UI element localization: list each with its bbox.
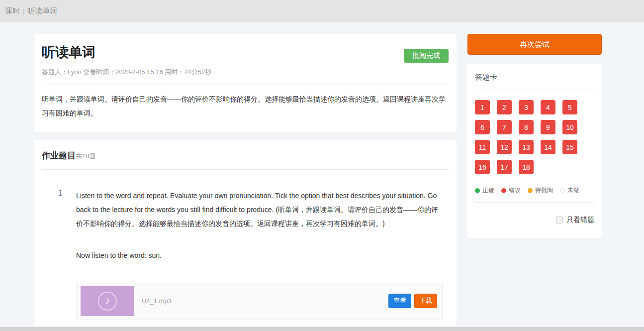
lesson-topbar: 课时：听读单词 [0, 0, 644, 22]
question-count: 共18题 [76, 152, 95, 161]
paper-meta: 答题人：Lynn 交卷时间：2020-2-05 15:16 用时：24分52秒 [42, 68, 449, 77]
legend-dot-icon [475, 188, 480, 193]
question-item: 1 Listen to the word and repeat. Evaluat… [42, 189, 449, 331]
audio-attachment-row: ♪ U4_1.mp3 查看 下载 [76, 282, 443, 320]
main-column: 听读单词 批阅完成 答题人：Lynn 交卷时间：2020-2-05 15:16 … [34, 34, 457, 331]
question-nav-button[interactable]: 5 [562, 100, 577, 114]
question-nav-button[interactable]: 14 [541, 140, 555, 154]
question-nav-button[interactable]: 11 [475, 140, 490, 154]
legend-dot-icon [560, 188, 565, 193]
question-nav-button[interactable]: 15 [562, 140, 577, 154]
question-nav-button[interactable]: 9 [541, 120, 555, 134]
filter-row: 只看错题 [475, 216, 594, 224]
horizontal-scrollbar[interactable] [0, 327, 644, 331]
legend-dot-icon [501, 188, 506, 193]
question-nav-button[interactable]: 1 [475, 100, 490, 114]
music-note-icon: ♪ [98, 292, 117, 311]
legend-item: 未做 [560, 186, 579, 195]
question-prompt: Now listen to the word: sun. [76, 251, 443, 259]
legend-label: 未做 [567, 186, 579, 195]
status-legend: 正确 错误 待批阅 未做 [475, 186, 594, 195]
paper-description: 听单词，并跟读单词。请评价自己的发音——你的评价不影响你的得分。选择能够最恰当描… [42, 92, 449, 120]
legend-item: 待批阅 [528, 186, 553, 195]
homework-section-title: 作业题目 [42, 150, 76, 161]
legend-label: 待批阅 [535, 186, 553, 195]
question-text: Listen to the word and repeat. Evaluate … [76, 189, 443, 230]
review-status-badge: 批阅完成 [404, 49, 449, 63]
wrong-only-checkbox[interactable] [556, 217, 563, 223]
question-nav-button[interactable]: 10 [562, 120, 577, 134]
question-nav-button[interactable]: 18 [519, 160, 534, 174]
sidebar: 再次尝试 答题卡 1 2 3 4 5 6 7 8 9 10 [467, 34, 602, 238]
legend-item: 正确 [475, 186, 494, 195]
wrong-only-label: 只看错题 [566, 216, 594, 224]
legend-label: 正确 [482, 186, 494, 195]
answer-sheet-card: 答题卡 1 2 3 4 5 6 7 8 9 10 [467, 64, 602, 238]
question-nav-button[interactable]: 8 [519, 120, 534, 134]
question-nav-button[interactable]: 4 [541, 100, 555, 114]
legend-item: 错误 [501, 186, 521, 195]
question-nav-button[interactable]: 13 [519, 140, 534, 154]
question-nav-button[interactable]: 12 [497, 140, 512, 154]
view-button[interactable]: 查看 [388, 294, 411, 308]
divider [475, 90, 594, 90]
lesson-title: 课时：听读单词 [5, 6, 57, 16]
audio-thumbnail[interactable]: ♪ [81, 286, 134, 316]
question-number: 1 [42, 189, 76, 331]
question-nav-button[interactable]: 7 [497, 120, 512, 134]
question-nav-button[interactable]: 16 [475, 160, 490, 174]
attachment-filename: U4_1.mp3 [142, 297, 388, 305]
divider [42, 84, 449, 84]
paper-title: 听读单词 [42, 45, 95, 60]
question-nav-button[interactable]: 3 [519, 100, 534, 114]
legend-label: 错误 [509, 186, 521, 195]
question-number-grid: 1 2 3 4 5 6 7 8 9 10 11 12 [475, 100, 594, 174]
download-button[interactable]: 下载 [414, 294, 437, 308]
question-nav-button[interactable]: 17 [497, 160, 512, 174]
question-nav-button[interactable]: 2 [497, 100, 512, 114]
retry-button[interactable]: 再次尝试 [467, 34, 602, 55]
paper-summary-card: 听读单词 批阅完成 答题人：Lynn 交卷时间：2020-2-05 15:16 … [34, 34, 457, 132]
divider [475, 202, 594, 203]
legend-dot-icon [528, 188, 533, 193]
divider [42, 169, 449, 170]
question-nav-button[interactable]: 6 [475, 120, 490, 134]
answer-sheet-title: 答题卡 [475, 73, 594, 82]
homework-card: 作业题目 共18题 1 Listen to the word and repea… [34, 140, 457, 331]
